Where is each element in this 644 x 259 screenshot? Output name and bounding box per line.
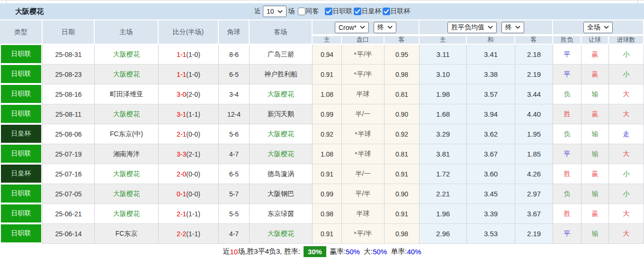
away-team-cell[interactable]: 大阪钢巴 — [250, 184, 313, 204]
handicap-change-star: * — [354, 51, 356, 58]
league-cup-checkbox[interactable] — [383, 8, 390, 15]
competition-badge: 日职联 — [1, 65, 41, 83]
halftime-score: (1-0) — [186, 51, 200, 58]
scope-value: 全场 — [587, 23, 600, 32]
table-header: 类型 日期 主场 比分(半场) 角球 客场 Crow* 终 胜平负均值 终 — [0, 19, 644, 45]
topbar: 大阪樱花 近 10 场 同客 日职联 日皇杯 日联杯 — [0, 3, 644, 19]
corners-cell: 6-5 — [219, 164, 250, 184]
fulltime-score: 2-0 — [177, 170, 186, 178]
top-border-strip — [0, 0, 644, 3]
avg-draw-cell: 3.60 — [467, 164, 515, 184]
goals-result-cell: 走 — [609, 124, 644, 144]
home-odds-cell: 0.99 — [313, 184, 342, 204]
away-odds-cell: 0.90 — [385, 184, 420, 204]
handicap-result-cell: 输 — [581, 144, 609, 164]
home-odds-cell: 0.91 — [313, 164, 342, 184]
home-team-cell[interactable]: 町田泽维亚 — [95, 84, 159, 104]
fulltime-score: 2-1 — [177, 130, 186, 138]
recent-count-select[interactable]: 10 — [263, 6, 286, 17]
home-team-cell[interactable]: 大阪樱花 — [95, 65, 159, 84]
avg-away-cell: 4.26 — [515, 164, 553, 184]
away-odds-cell: 0.91 — [385, 164, 420, 184]
avg-home-cell: 2.21 — [420, 184, 467, 204]
handicap-change-star: * — [354, 230, 356, 238]
away-team-cell[interactable]: 新泻天鹅 — [250, 104, 313, 124]
away-team-cell[interactable]: 广岛三箭 — [250, 45, 313, 65]
avg-away-cell: 2.19 — [515, 65, 553, 84]
home-odds-cell: 0.91 — [313, 65, 342, 84]
home-team-cell[interactable]: 大阪樱花 — [95, 184, 159, 204]
score-cell: 2-1(0-0) — [159, 124, 219, 144]
score-cell: 2-2(1-1) — [159, 224, 219, 244]
result-cell: 胜 — [553, 104, 581, 124]
home-team-cell[interactable]: 大阪樱花 — [95, 204, 159, 224]
score-cell: 3-0(2-0) — [159, 84, 219, 104]
filter-emperor-cup[interactable]: 日皇杯 — [354, 7, 382, 16]
handicap-text: 平/半 — [356, 190, 371, 198]
goals-result-cell: 大 — [609, 84, 644, 104]
filter-league-cup[interactable]: 日联杯 — [383, 7, 411, 16]
check-icon — [326, 9, 331, 14]
fulltime-score: 2-2 — [177, 230, 186, 238]
away-team-cell[interactable]: 大阪樱花 — [250, 124, 313, 144]
filter-jleague[interactable]: 日职联 — [325, 7, 353, 16]
competition-badge: 日职联 — [1, 145, 41, 163]
halftime-score: (2-1) — [186, 150, 200, 158]
corners-cell: 12-4 — [219, 104, 250, 124]
competition-badge: 日职联 — [1, 105, 41, 123]
table-row: 日职联25-07-19湘南海洋3-3(2-1)4-7大阪樱花1.08*半球0.8… — [0, 144, 644, 164]
corners-cell: 6-5 — [219, 65, 250, 84]
same-away-filter[interactable]: 同客 — [298, 7, 321, 16]
avg-away-cell: 4.40 — [515, 104, 553, 124]
handicap-text: 半/一 — [356, 110, 371, 119]
handicap-result-cell: 输 — [581, 124, 609, 144]
emperor-cup-checkbox[interactable] — [354, 8, 361, 15]
match-type-cell: 日职联 — [0, 204, 43, 224]
away-team-cell[interactable]: 大阪樱花 — [250, 224, 313, 244]
fulltime-score: 3-3 — [177, 150, 186, 158]
match-history-panel: 大阪樱花 近 10 场 同客 日职联 日皇杯 日联杯 — [0, 0, 644, 259]
home-team-cell[interactable]: 大阪樱花 — [95, 104, 159, 124]
away-team-cell[interactable]: 大阪樱花 — [250, 84, 313, 104]
summary-footer: 近10场,胜3平4负3, 胜率:30%赢率:50%大:50%单率:40% — [0, 244, 644, 259]
goals-result-cell: 小 — [609, 184, 644, 204]
table-row: 日皇杯25-07-16大阪樱花2-0(0-0)6-5德岛漩涡0.91半/一0.9… — [0, 164, 644, 184]
col-header-date: 日期 — [43, 19, 95, 45]
home-odds-cell: 1.08 — [313, 84, 342, 104]
fulltime-score: 1-1 — [177, 71, 186, 78]
score-cell: 0-1(0-0) — [159, 184, 219, 204]
table-row: 日职联25-06-21大阪樱花2-1(1-1)5-5东京绿茵0.98半球0.91… — [0, 204, 644, 224]
home-team-cell[interactable]: FC东京 — [95, 224, 159, 244]
match-type-cell: 日职联 — [0, 65, 43, 84]
same-away-checkbox[interactable] — [298, 8, 305, 15]
away-team-cell[interactable]: 德岛漩涡 — [250, 164, 313, 184]
scope-group: 全场 — [553, 19, 644, 35]
handicap-result-cell: 输 — [581, 224, 609, 244]
single-rate-label: 单率: — [391, 247, 407, 256]
away-team-cell[interactable]: 神户胜利船 — [250, 65, 313, 84]
odds-company-select[interactable]: Crow* — [335, 22, 369, 33]
home-odds-cell: 0.99 — [313, 104, 342, 124]
average-time-select[interactable]: 终 — [501, 22, 524, 33]
halftime-score: (1-1) — [186, 230, 200, 238]
corners-cell: 4-7 — [219, 224, 250, 244]
away-team-cell[interactable]: 东京绿茵 — [250, 204, 313, 224]
win-rate-badge: 30% — [304, 246, 326, 257]
odds-time-select[interactable]: 终 — [374, 22, 396, 33]
table-row: 日职联25-08-31大阪樱花1-1(1-0)8-6广岛三箭0.94*平/半0.… — [0, 45, 644, 65]
scope-select[interactable]: 全场 — [583, 22, 613, 33]
col-header-corners: 角球 — [219, 19, 250, 45]
date-cell: 25-08-31 — [43, 45, 95, 65]
home-team-cell[interactable]: 大阪樱花 — [95, 164, 159, 184]
jleague-checkbox[interactable] — [325, 8, 332, 15]
away-team-cell[interactable]: 大阪樱花 — [250, 144, 313, 164]
home-team-cell[interactable]: 大阪樱花 — [95, 45, 159, 65]
avg-away-cell: 2.19 — [515, 224, 553, 244]
let-rate-label: 赢率: — [330, 247, 346, 256]
home-team-cell[interactable]: 湘南海洋 — [95, 144, 159, 164]
competition-badge: 日皇杯 — [1, 165, 41, 183]
summary-count: 10 — [230, 248, 238, 256]
home-team-cell[interactable]: FC东京(中) — [95, 124, 159, 144]
handicap-text: 平/半 — [357, 70, 372, 79]
average-select[interactable]: 胜平负均值 — [447, 22, 497, 33]
